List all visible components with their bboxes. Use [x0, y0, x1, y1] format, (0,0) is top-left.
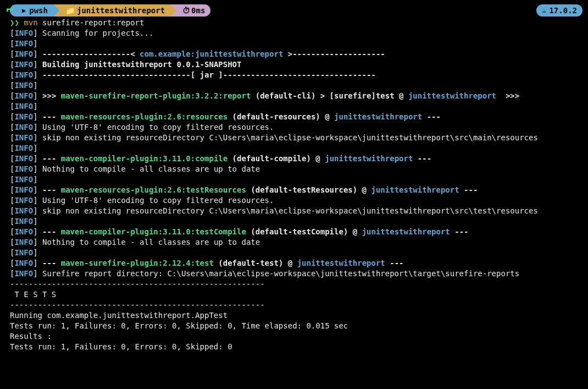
output-segment: junittestwithreport	[371, 185, 459, 194]
bracket-close: ]	[33, 81, 37, 90]
prompt-caret: ❯❯	[10, 18, 19, 27]
bracket-close: ]	[33, 29, 37, 37]
log-level-info: INFO	[14, 39, 33, 48]
bracket-close: ]	[33, 50, 37, 58]
log-level-info: INFO	[14, 81, 33, 90]
output-line: [INFO] --------------------------------[…	[0, 70, 588, 80]
output-segment: Surefire report directory: C:\Users\mari…	[38, 269, 520, 278]
bracket-close: ]	[33, 123, 37, 132]
stopwatch-icon: ⏱	[182, 6, 190, 16]
output-segment: Nothing to compile - all classes are up …	[38, 238, 260, 246]
output-segment: Tests run: 1, Failures: 0, Errors: 0, Sk…	[10, 342, 232, 351]
log-level-info: INFO	[14, 102, 33, 111]
terminal-output: [INFO] Scanning for projects...[INFO][IN…	[0, 28, 588, 352]
bracket-close: ]	[33, 91, 37, 100]
log-level-info: INFO	[14, 50, 33, 58]
output-segment: maven-compiler-plugin:3.11.0:testCompile	[61, 227, 246, 236]
log-level-info: INFO	[14, 60, 33, 69]
java-cup-icon: ☕	[542, 6, 546, 16]
prompt-bar: ⌐ ▶ pwsh 📁junittestwithreport ⏱0ms ☕ 17.…	[0, 4, 588, 17]
output-segment: skip non existing resourceDirectory C:\U…	[38, 206, 538, 215]
bracket-close: ]	[33, 248, 37, 257]
log-level-info: INFO	[14, 154, 33, 163]
output-segment: Scanning for projects...	[38, 29, 154, 37]
output-segment: (default-test) @	[214, 259, 297, 267]
output-line: Running com.example.junittestwithreport.…	[0, 310, 588, 321]
bracket-close: ]	[33, 144, 37, 152]
output-line: [INFO] --- maven-compiler-plugin:3.11.0:…	[0, 154, 588, 164]
log-level-info: INFO	[14, 185, 33, 194]
log-level-info: INFO	[14, 238, 33, 246]
log-level-info: INFO	[14, 206, 33, 215]
output-segment: maven-surefire-report-plugin:3.2.2:repor…	[61, 91, 251, 100]
output-line: [INFO] Using 'UTF-8' encoding to copy fi…	[0, 122, 588, 133]
log-level-info: INFO	[14, 112, 33, 121]
output-line: [INFO] Using 'UTF-8' encoding to copy fi…	[0, 195, 588, 206]
output-segment: ---	[38, 259, 61, 267]
output-line: T E S T S	[0, 289, 588, 300]
log-level-info: INFO	[14, 133, 33, 142]
output-segment: ----------------------------------------…	[10, 280, 265, 288]
log-level-info: INFO	[14, 29, 33, 37]
bracket-close: ]	[33, 102, 37, 111]
output-segment: junittestwithreport	[334, 112, 422, 121]
output-line: [INFO]	[0, 101, 588, 112]
log-level-info: INFO	[14, 165, 33, 173]
output-segment: Nothing to compile - all classes are up …	[38, 165, 260, 173]
output-segment: ---	[459, 185, 478, 194]
output-line: [INFO]	[0, 39, 588, 49]
output-segment: ---	[450, 227, 469, 236]
output-segment: ---	[38, 185, 61, 194]
log-level-info: INFO	[14, 269, 33, 278]
bracket-close: ]	[33, 133, 37, 142]
output-line: Tests run: 1, Failures: 0, Errors: 0, Sk…	[0, 342, 588, 352]
command-args: surefire-report:report	[42, 18, 144, 27]
output-segment: -------------------<	[38, 50, 140, 58]
output-segment: Results :	[10, 332, 52, 341]
output-segment: (default-cli) > [surefire]test @	[251, 91, 408, 100]
output-line: [INFO] skip non existing resourceDirecto…	[0, 133, 588, 143]
bracket-close: ]	[33, 185, 37, 194]
prompt-segment-cwd: 📁junittestwithreport	[53, 4, 170, 17]
java-version-badge: ☕ 17.0.2	[536, 4, 583, 17]
bracket-close: ]	[33, 175, 37, 184]
output-line: Results :	[0, 331, 588, 342]
output-segment: Building junittestwithreport 0.0.1-SNAPS…	[38, 60, 242, 69]
output-segment: T E S T S	[10, 290, 56, 299]
output-segment: ---	[38, 154, 61, 163]
output-segment: --------------------------------[ jar ]-…	[38, 70, 376, 79]
output-segment: Using 'UTF-8' encoding to copy filtered …	[38, 196, 274, 205]
output-line: [INFO] --- maven-resources-plugin:2.6:re…	[0, 112, 588, 122]
command-line[interactable]: ❯❯ mvn surefire-report:report	[0, 18, 588, 28]
log-level-info: INFO	[14, 175, 33, 184]
log-level-info: INFO	[14, 217, 33, 226]
output-segment: Running com.example.junittestwithreport.…	[10, 311, 228, 320]
output-segment: ---	[413, 154, 431, 163]
output-segment: com.example:junittestwithreport	[140, 50, 283, 58]
output-segment: junittestwithreport	[297, 259, 385, 267]
log-level-info: INFO	[14, 123, 33, 132]
java-version: 17.0.2	[549, 6, 577, 16]
bracket-close: ]	[33, 70, 37, 79]
log-level-info: INFO	[14, 196, 33, 205]
log-level-info: INFO	[14, 227, 33, 236]
cwd-name: junittestwithreport	[77, 6, 165, 16]
output-line: ----------------------------------------…	[0, 279, 588, 289]
output-line: [INFO] Nothing to compile - all classes …	[0, 164, 588, 174]
output-segment: maven-surefire-plugin:2.12.4:test	[61, 259, 214, 267]
output-line: [INFO] Scanning for projects...	[0, 28, 588, 39]
output-segment: Tests run: 1, Failures: 0, Errors: 0, Sk…	[10, 321, 348, 330]
output-segment: >>>	[38, 91, 61, 100]
output-line: [INFO]	[0, 80, 588, 91]
bracket-close: ]	[33, 206, 37, 215]
log-level-info: INFO	[14, 144, 33, 152]
output-line: [INFO] --- maven-compiler-plugin:3.11.0:…	[0, 227, 588, 237]
output-segment: ---	[38, 227, 61, 236]
bracket-close: ]	[33, 165, 37, 173]
output-line: Tests run: 1, Failures: 0, Errors: 0, Sk…	[0, 321, 588, 331]
bracket-close: ]	[33, 112, 37, 121]
bracket-close: ]	[33, 259, 37, 267]
output-line: [INFO] -------------------< com.example:…	[0, 49, 588, 59]
output-line: [INFO] Building junittestwithreport 0.0.…	[0, 59, 588, 70]
output-segment: (default-testResources) @	[246, 185, 371, 194]
